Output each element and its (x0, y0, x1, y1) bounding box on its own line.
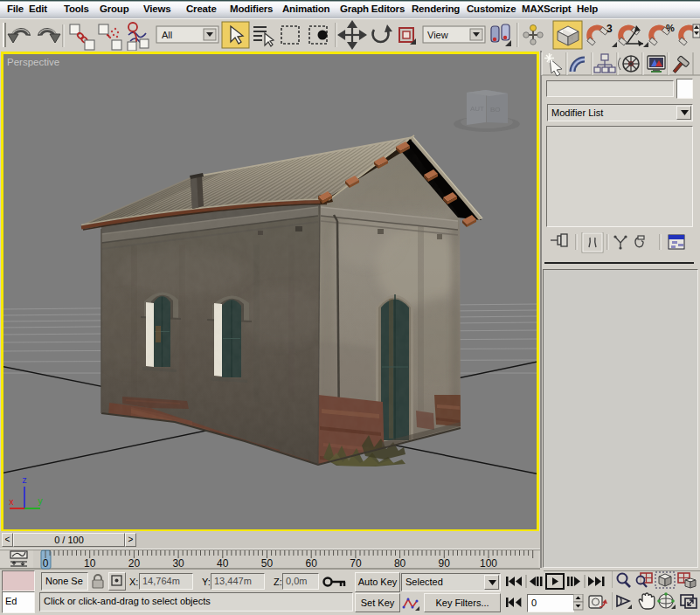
svg-text:All: All (162, 30, 172, 40)
svg-text:40: 40 (217, 557, 229, 570)
svg-text:0: 0 (43, 557, 49, 570)
svg-text:%: % (666, 23, 675, 33)
svg-text:y: y (38, 497, 43, 507)
svg-text:z: z (22, 476, 27, 486)
svg-text:50: 50 (261, 557, 274, 570)
svg-text:BO: BO (490, 106, 501, 114)
svg-text:AUT: AUT (470, 105, 484, 113)
svg-text:90: 90 (439, 557, 451, 570)
svg-text:x: x (9, 498, 14, 508)
svg-text:10: 10 (84, 557, 96, 570)
svg-text:60: 60 (306, 557, 318, 570)
svg-text:100: 100 (480, 557, 497, 570)
svg-text:View: View (427, 30, 448, 40)
svg-text:70: 70 (350, 557, 362, 570)
svg-text:80: 80 (394, 557, 406, 570)
svg-text:3: 3 (606, 23, 613, 35)
svg-text:Perspective: Perspective (7, 57, 59, 67)
svg-text:30: 30 (172, 557, 184, 570)
svg-text:20: 20 (128, 557, 141, 570)
